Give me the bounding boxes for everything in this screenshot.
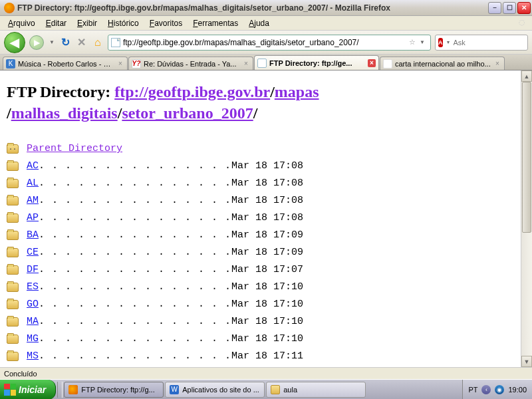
tab-close-button[interactable]: × <box>493 60 501 68</box>
scroll-up-button[interactable]: ▲ <box>521 70 532 82</box>
taskbar-item-icon <box>68 385 78 394</box>
tray-network-icon[interactable]: ◉ <box>495 385 504 394</box>
parent-directory-row: Parent Directory <box>7 140 514 158</box>
dots-filler: . . . . . . . . . . . . . . . <box>39 299 231 310</box>
tab-close-button[interactable]: × <box>116 60 124 68</box>
taskbar-item-icon: W <box>170 385 179 394</box>
timestamp: Mar 18 17:08 <box>231 160 303 172</box>
menu-ditar[interactable]: Editar <box>41 17 72 29</box>
directory-link-DF[interactable]: DF <box>27 264 39 275</box>
tab-0[interactable]: KMúsica - Roberto Carlos - K...× <box>3 57 128 70</box>
reload-button[interactable]: ↻ <box>60 37 72 49</box>
back-button[interactable]: ◀ <box>4 32 25 53</box>
scroll-track[interactable] <box>521 82 532 356</box>
tab-label: Música - Roberto Carlos - K... <box>18 60 114 68</box>
directory-link-AC[interactable]: AC <box>27 160 39 172</box>
taskbar-item-0[interactable]: FTP Directory: ftp://g... <box>64 382 164 398</box>
heading-link-3[interactable]: setor_urbano_2007 <box>122 104 253 122</box>
menu-rquivo[interactable]: Arquivo <box>3 17 41 29</box>
url-dropdown[interactable]: ▼ <box>418 39 428 45</box>
tab-2[interactable]: FTP Directory: ftp://ge...× <box>254 55 379 70</box>
directory-link-AL[interactable]: AL <box>27 178 39 189</box>
stop-button[interactable]: ✕ <box>76 37 88 49</box>
folder-icon <box>7 179 19 188</box>
directory-link-MS[interactable]: MS <box>27 350 39 362</box>
language-indicator[interactable]: PT <box>468 386 477 394</box>
directory-link-ES[interactable]: ES <box>27 281 39 293</box>
maximize-button[interactable]: ☐ <box>503 2 516 14</box>
directory-link-MG[interactable]: MG <box>27 333 39 344</box>
url-bar[interactable]: ftp://geoftp.ibge.gov.br/mapas/malhas_di… <box>108 35 431 51</box>
bookmark-star-icon[interactable]: ☆ <box>409 38 416 47</box>
dots-filler: . . . . . . . . . . . . . . . <box>39 350 231 362</box>
menu-juda[interactable]: Ajuda <box>243 17 275 29</box>
folder-icon <box>7 283 19 292</box>
timestamp: Mar 18 17:11 <box>231 350 303 362</box>
directory-row: BA . . . . . . . . . . . . . . . Mar 18 … <box>7 227 514 244</box>
folder-up-icon <box>7 144 19 154</box>
taskbar-item-1[interactable]: WAplicativos do site do ... <box>165 382 265 398</box>
directory-row: AL . . . . . . . . . . . . . . . Mar 18 … <box>7 175 514 192</box>
folder-icon <box>7 352 19 361</box>
tab-label: FTP Directory: ftp://ge... <box>269 59 365 67</box>
forward-button[interactable]: ▶ <box>29 35 44 50</box>
directory-link-GO[interactable]: GO <box>27 299 39 310</box>
menu-avoritos[interactable]: Favoritos <box>144 17 188 29</box>
dots-filler: . . . . . . . . . . . . . . . <box>39 333 231 344</box>
tab-3[interactable]: carta internacional ao milho...× <box>380 57 505 70</box>
parent-directory-link[interactable]: Parent Directory <box>27 143 122 154</box>
directory-link-BA[interactable]: BA <box>27 229 39 241</box>
url-text: ftp://geoftp.ibge.gov.br/mapas/malhas_di… <box>123 38 406 47</box>
directory-link-MA[interactable]: MA <box>27 316 39 327</box>
dots-filler: . . . . . . . . . . . . . . . <box>39 195 231 206</box>
titlebar: FTP Directory: ftp://geoftp.ibge.gov.br/… <box>0 0 532 16</box>
timestamp: Mar 18 17:07 <box>231 264 303 275</box>
tab-bar: KMúsica - Roberto Carlos - K...×Y?Re: Dú… <box>0 55 532 70</box>
home-button[interactable]: ⌂ <box>92 37 104 49</box>
close-button[interactable]: ✕ <box>517 2 531 14</box>
directory-link-CE[interactable]: CE <box>27 247 39 258</box>
directory-row: DF . . . . . . . . . . . . . . . Mar 18 … <box>7 261 514 279</box>
menu-erramentas[interactable]: Ferramentas <box>188 17 243 29</box>
tab-1[interactable]: Y?Re: Dúvidas - Entrada - Ya...× <box>128 57 253 70</box>
timestamp: Mar 18 17:10 <box>231 299 303 310</box>
search-input[interactable] <box>454 39 533 47</box>
directory-row: ES . . . . . . . . . . . . . . . Mar 18 … <box>7 279 514 296</box>
dots-filler: . . . . . . . . . . . . . . . <box>39 281 231 293</box>
tab-label: carta internacional ao milho... <box>395 60 491 68</box>
directory-row: MS . . . . . . . . . . . . . . . Mar 18 … <box>7 348 514 365</box>
timestamp: Mar 18 17:08 <box>231 178 303 189</box>
tab-close-button[interactable]: × <box>368 59 376 67</box>
scroll-down-button[interactable]: ▼ <box>521 356 532 367</box>
directory-link-AP[interactable]: AP <box>27 212 39 223</box>
dots-filler: . . . . . . . . . . . . . . . <box>39 247 231 258</box>
tab-favicon <box>383 59 392 68</box>
system-tray: PT ‹ ◉ 19:00 <box>462 380 532 400</box>
dots-filler: . . . . . . . . . . . . . . . <box>39 229 231 241</box>
search-engine-icon[interactable]: A <box>438 38 443 47</box>
heading-link-1[interactable]: mapas <box>275 83 319 100</box>
menu-xibir[interactable]: Exibir <box>72 17 102 29</box>
taskbar: Iniciar FTP Directory: ftp://g...WAplica… <box>0 379 532 399</box>
start-button[interactable]: Iniciar <box>0 380 56 400</box>
dots-filler: . . . . . . . . . . . . . . . <box>39 212 231 223</box>
start-label: Iniciar <box>19 384 46 395</box>
directory-link-AM[interactable]: AM <box>27 195 39 206</box>
status-bar: Concluído <box>0 367 532 379</box>
clock[interactable]: 19:00 <box>508 386 527 394</box>
page-heading: FTP Directory: ftp://geoftp.ibge.gov.br/… <box>7 81 514 124</box>
menu-istórico[interactable]: Histórico <box>102 17 144 29</box>
tab-close-button[interactable]: × <box>242 60 250 68</box>
taskbar-item-2[interactable]: aula <box>266 382 366 398</box>
minimize-button[interactable]: – <box>488 2 501 14</box>
history-dropdown[interactable]: ▼ <box>48 39 56 45</box>
search-engine-dropdown[interactable]: ▾ <box>446 39 451 45</box>
vertical-scrollbar[interactable]: ▲ ▼ <box>521 70 532 367</box>
tray-expand-icon[interactable]: ‹ <box>481 385 491 394</box>
tab-favicon: K <box>6 59 15 68</box>
heading-link-host[interactable]: ftp://geoftp.ibge.gov.br <box>114 83 270 100</box>
scroll-thumb[interactable] <box>522 82 531 233</box>
heading-link-2[interactable]: malhas_digitais <box>11 104 118 122</box>
search-box[interactable]: A ▾ 🔍 <box>435 35 528 51</box>
taskbar-item-icon <box>271 385 280 394</box>
